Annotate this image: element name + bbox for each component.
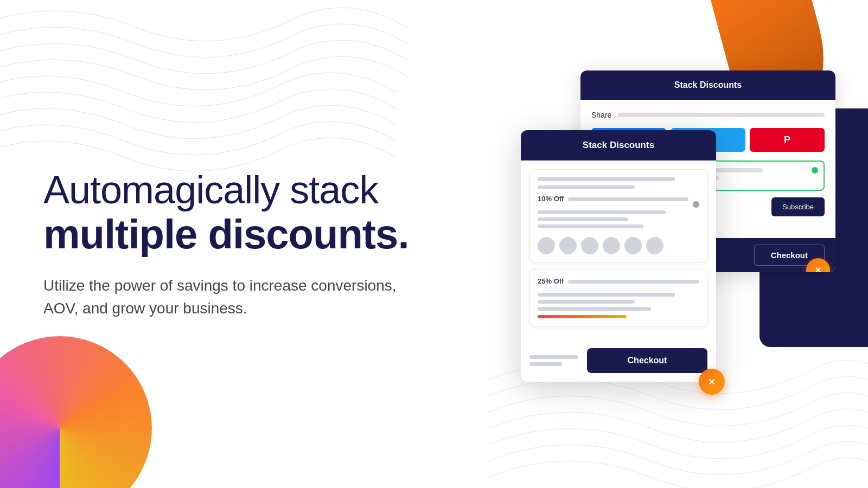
share-line (618, 113, 825, 117)
discount-1-line-top (538, 177, 675, 181)
circle-6 (646, 237, 663, 254)
pinterest-icon: P (784, 134, 790, 146)
front-card: Stack Discounts 10% Off (521, 130, 716, 382)
discount-1-desc-1 (538, 210, 666, 214)
discount-2-progress (538, 315, 627, 318)
discount-2-tag-line (568, 280, 699, 284)
back-card-title: Stack Discounts (674, 80, 742, 89)
green-status-dot (812, 167, 818, 174)
discount-1-tag-line (568, 197, 688, 201)
discount-1-desc-2 (538, 217, 628, 221)
left-content-section: Automagically stack multiple discounts. … (43, 169, 439, 320)
headline-container: Automagically stack multiple discounts. (43, 169, 439, 257)
front-footer: Checkout (521, 342, 716, 382)
share-row: Share (591, 111, 825, 119)
checkout-button[interactable]: Checkout (587, 348, 707, 373)
discount-1-dot (693, 201, 699, 208)
footer-lines (529, 355, 578, 366)
circle-2 (559, 237, 577, 254)
discount-2-desc-2 (538, 300, 635, 304)
footer-line-2 (529, 362, 562, 366)
front-card-body: 10% Off (521, 160, 716, 342)
subtext: Utilize the power of savings to increase… (43, 274, 412, 319)
discount-1-lines: 10% Off (538, 195, 688, 232)
circle-4 (603, 237, 620, 254)
discount-1-circles (538, 237, 699, 254)
discount-1-line-top-2 (538, 185, 635, 189)
back-card-header: Stack Discounts (580, 70, 835, 100)
back-close-icon: × (815, 265, 821, 273)
discount-2-desc-3 (538, 307, 651, 311)
front-close-button[interactable]: × (699, 369, 725, 395)
circle-1 (538, 237, 555, 254)
subscribe-button[interactable]: Subscribe (771, 197, 825, 216)
circle-5 (624, 237, 642, 254)
discount-1-tag: 10% Off (538, 195, 564, 203)
front-close-icon: × (709, 376, 715, 388)
footer-line-1 (529, 355, 578, 359)
mockups-container: Stack Discounts Share f (521, 60, 835, 428)
headline-light: Automagically stack (43, 168, 378, 211)
discount-1-desc-3 (538, 224, 643, 228)
circle-3 (581, 237, 598, 254)
discount-item-2: 25% Off (529, 269, 707, 326)
discount-2-desc-1 (538, 293, 675, 297)
gradient-circle-decoration (0, 336, 152, 488)
share-label: Share (591, 111, 611, 119)
headline-bold: multiple discounts. (43, 211, 439, 257)
pinterest-button[interactable]: P (750, 128, 825, 152)
discount-1-content: 10% Off (538, 195, 699, 232)
front-card-header: Stack Discounts (521, 130, 716, 160)
discount-2-tag: 25% Off (538, 277, 564, 285)
front-card-title: Stack Discounts (583, 140, 654, 150)
discount-item-1: 10% Off (529, 169, 707, 262)
